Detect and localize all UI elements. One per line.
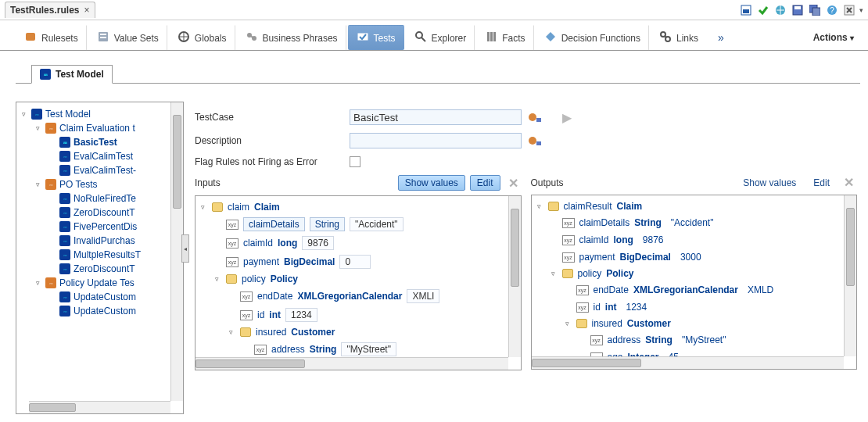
tree-item[interactable]: ⎓FivePercentDis — [20, 220, 169, 234]
tree-item[interactable]: ⎓ZeroDiscountT — [20, 262, 169, 276]
tree-item[interactable]: ▿⎓Policy Update Tes — [20, 276, 169, 290]
outputs-edit[interactable]: Edit — [807, 176, 836, 190]
save-icon[interactable] — [791, 3, 805, 17]
close-icon[interactable] — [842, 3, 856, 17]
tree-scrollbar-h[interactable] — [29, 401, 170, 413]
tree-item[interactable]: ▿⎓PO Tests — [20, 177, 169, 191]
tab-explorer[interactable]: Explorer — [406, 25, 475, 50]
data-leaf-row[interactable]: xyzendDateXMLGregorianCalendarXMLI — [199, 287, 505, 306]
data-folder-row[interactable]: ▿insuredCustomer — [535, 316, 841, 331]
rulesets-icon — [24, 30, 37, 45]
tab-facts[interactable]: Facts — [476, 25, 533, 50]
data-leaf-row[interactable]: xyzclaimIdlong9876 — [199, 234, 505, 252]
help-icon[interactable]: ? — [825, 3, 839, 17]
tab-tests[interactable]: Tests — [348, 25, 404, 50]
header: TestRules.rules × ? ▾ — [0, 0, 868, 20]
sub-tab-test-model[interactable]: ⎓ Test Model — [31, 65, 113, 84]
outputs-scrollbar-h[interactable] — [532, 356, 845, 369]
outputs-show-values[interactable]: Show values — [737, 176, 802, 190]
flag-checkbox[interactable] — [350, 156, 360, 167]
tab-decision-functions[interactable]: Decision Functions — [536, 25, 649, 50]
save-all-icon[interactable] — [808, 3, 822, 17]
tree-item[interactable]: ⎓UpdateCustom — [20, 290, 169, 304]
toggle-icon[interactable]: ▿ — [227, 328, 235, 337]
scrollbar-thumb[interactable] — [532, 359, 641, 367]
data-folder-row[interactable]: ▿claimClaim — [199, 199, 505, 215]
data-leaf-row[interactable]: xyzclaimDetailsString"Accident" — [199, 215, 505, 234]
data-value[interactable]: "MyStreet" — [341, 342, 396, 356]
outputs-clear-icon[interactable]: ✕ — [841, 175, 857, 190]
toggle-icon[interactable]: ▿ — [20, 110, 28, 119]
data-leaf-row[interactable]: xyzaddressString"MyStreet" — [199, 340, 505, 357]
test-icon: ⎓ — [59, 221, 70, 232]
data-leaf-row[interactable]: xyzendDateXMLGregorianCalendarXMLD — [535, 281, 841, 299]
tree-item[interactable]: ▿⎓Test Model — [20, 107, 169, 121]
toggle-icon[interactable]: ▿ — [213, 275, 221, 284]
data-folder-row[interactable]: ▿policyPolicy — [199, 271, 505, 287]
publish-icon[interactable] — [773, 3, 787, 17]
tab-value-sets[interactable]: Value Sets — [88, 25, 167, 50]
value-sets-icon — [97, 30, 109, 45]
tree-item[interactable]: ⎓ZeroDiscountT — [20, 206, 169, 220]
edit-testcase-icon[interactable] — [528, 110, 543, 124]
description-input[interactable] — [350, 133, 522, 148]
tree-item[interactable]: ▿⎓Claim Evaluation t — [20, 121, 169, 135]
data-leaf-row[interactable]: xyzidint1234 — [535, 299, 841, 316]
toggle-icon[interactable]: ▿ — [34, 279, 42, 288]
validate-icon[interactable] — [756, 3, 770, 17]
testcase-input[interactable] — [350, 109, 522, 125]
collapse-handle[interactable]: ◂ — [181, 234, 189, 263]
inputs-clear-icon[interactable]: ✕ — [505, 176, 522, 191]
save-ws-icon[interactable] — [739, 3, 753, 17]
data-value[interactable]: 0 — [339, 255, 371, 269]
tree-item[interactable]: ⎓NoRuleFiredTe — [20, 191, 169, 206]
more-tabs-icon[interactable]: » — [718, 31, 724, 44]
scrollbar-thumb[interactable] — [29, 403, 76, 412]
tree-item[interactable]: ⎓UpdateCustom — [20, 304, 169, 318]
toggle-icon[interactable]: ▿ — [563, 320, 572, 328]
tab-rulesets[interactable]: Rulesets — [16, 25, 87, 50]
inputs-show-values[interactable]: Show values — [398, 175, 465, 191]
tree-item[interactable]: ⎓MultpleResultsT — [20, 248, 169, 262]
data-leaf-row[interactable]: xyzclaimIdlong9876 — [535, 231, 841, 249]
data-value[interactable]: 1234 — [285, 308, 317, 322]
tree-item[interactable]: ⎓BasicTest — [20, 135, 169, 149]
tree-item[interactable]: ⎓EvalCalimTest- — [20, 163, 169, 177]
actions-menu[interactable]: Actions — [807, 29, 860, 46]
inputs-scrollbar-v[interactable] — [508, 196, 521, 357]
file-tab[interactable]: TestRules.rules × — [5, 2, 95, 18]
toggle-icon[interactable]: ▿ — [34, 181, 42, 189]
tab-business-phrases[interactable]: Business Phrases — [237, 25, 346, 50]
close-file-icon[interactable]: × — [84, 5, 89, 16]
tree-item[interactable]: ⎓EvalCalimTest — [20, 149, 169, 163]
tab-globals[interactable]: Globals — [169, 25, 235, 50]
scrollbar-thumb[interactable] — [846, 208, 855, 286]
tree-item[interactable]: ⎓InvalidPurchas — [20, 234, 169, 248]
data-folder-row[interactable]: ▿claimResultClaim — [535, 198, 841, 214]
data-value[interactable]: "Accident" — [350, 217, 404, 231]
edit-description-icon[interactable] — [528, 134, 543, 148]
data-leaf-row[interactable]: xyzpaymentBigDecimal0 — [199, 252, 505, 271]
data-value[interactable]: 9876 — [302, 236, 334, 250]
scrollbar-thumb[interactable] — [511, 209, 519, 287]
run-icon[interactable]: ▶ — [562, 110, 572, 125]
toggle-icon[interactable]: ▿ — [199, 203, 207, 212]
toggle-icon[interactable]: ▿ — [549, 270, 558, 278]
data-leaf-row[interactable]: xyzclaimDetailsString"Accident" — [535, 214, 841, 231]
scrollbar-thumb[interactable] — [195, 359, 305, 368]
data-leaf-row[interactable]: xyzidint1234 — [199, 306, 505, 324]
outputs-scrollbar-v[interactable] — [844, 195, 856, 356]
data-folder-row[interactable]: ▿insuredCustomer — [199, 324, 505, 340]
close-menu-dropdown[interactable]: ▾ — [859, 6, 863, 14]
toggle-icon[interactable]: ▿ — [535, 202, 543, 211]
scrollbar-thumb[interactable] — [173, 115, 181, 209]
data-leaf-row[interactable]: xyzaddressString"MyStreet" — [535, 331, 841, 349]
data-leaf-row[interactable]: xyzageInteger45 — [535, 349, 841, 356]
inputs-scrollbar-h[interactable] — [195, 357, 508, 370]
data-folder-row[interactable]: ▿policyPolicy — [535, 266, 841, 281]
tab-links[interactable]: Links — [651, 25, 707, 50]
data-leaf-row[interactable]: xyzpaymentBigDecimal3000 — [535, 249, 841, 266]
data-value[interactable]: XMLI — [407, 289, 439, 303]
toggle-icon[interactable]: ▿ — [34, 124, 42, 133]
inputs-edit[interactable]: Edit — [470, 175, 500, 191]
